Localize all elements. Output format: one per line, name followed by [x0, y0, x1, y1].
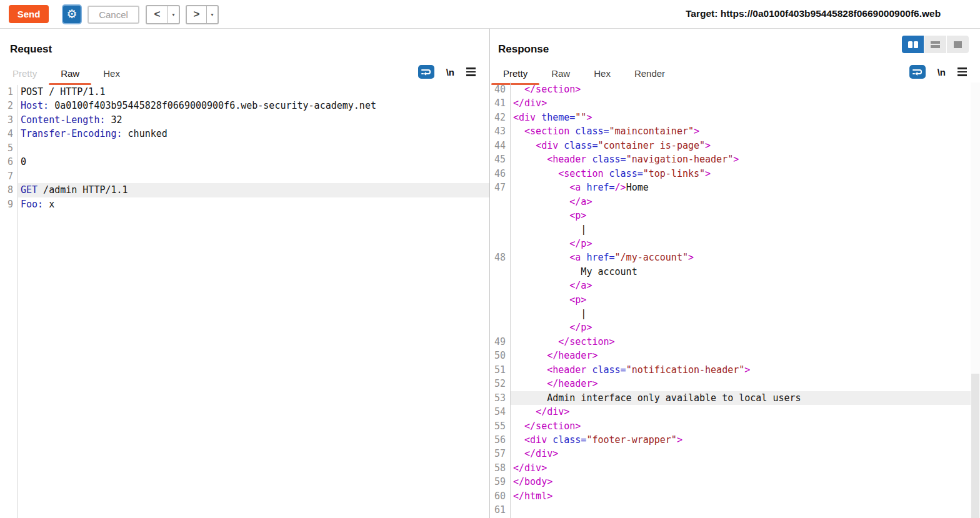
- send-button[interactable]: Send: [9, 5, 49, 23]
- code-text: <div class="container is-page">: [510, 139, 971, 152]
- line-number: 43: [490, 124, 510, 138]
- menu-icon[interactable]: [466, 66, 476, 78]
- rows-view-icon[interactable]: [924, 36, 946, 53]
- code-text: <p>: [510, 209, 971, 222]
- code-text: </div>: [510, 461, 971, 475]
- code-text: <section class="maincontainer">: [510, 124, 971, 138]
- prev-dropdown-caret-icon[interactable]: ▼: [168, 6, 179, 23]
- line-number: [490, 265, 510, 279]
- settings-gear-icon[interactable]: ⚙: [62, 4, 82, 24]
- next-dropdown-caret-icon[interactable]: ▼: [207, 6, 218, 23]
- code-line: </p>: [490, 321, 971, 334]
- line-number: [490, 321, 510, 334]
- line-number: 51: [490, 363, 510, 377]
- code-text: </a>: [510, 279, 971, 292]
- code-text: </section>: [510, 335, 971, 349]
- tab-request-pretty[interactable]: Pretty: [1, 64, 49, 85]
- soft-wrap-icon[interactable]: [418, 65, 434, 79]
- code-line: 58</div>: [490, 461, 971, 475]
- line-number: 54: [490, 405, 510, 419]
- response-editor-controls: \n: [909, 65, 967, 79]
- code-text: Content-Length: 32: [18, 113, 489, 127]
- code-text: <header class="navigation-header">: [510, 152, 971, 166]
- line-number: [490, 279, 510, 292]
- line-number: [490, 293, 510, 307]
- prev-arrow-icon[interactable]: <: [147, 6, 168, 23]
- line-number: [490, 195, 510, 209]
- line-number: 1: [0, 85, 18, 99]
- code-line: 47 <a href=/>Home: [490, 181, 971, 194]
- code-text: </header>: [510, 377, 971, 391]
- code-line: 50 </header>: [490, 349, 971, 362]
- line-number: 53: [490, 391, 510, 405]
- line-number: 4: [0, 127, 18, 141]
- code-text: |: [510, 222, 971, 236]
- next-request-button[interactable]: > ▼: [186, 5, 219, 24]
- next-arrow-icon[interactable]: >: [187, 6, 206, 23]
- code-line: 9Foo: x: [0, 197, 489, 211]
- code-text: My account: [510, 265, 971, 279]
- code-line: |: [490, 307, 971, 321]
- line-number: 52: [490, 377, 510, 391]
- prev-request-button[interactable]: < ▼: [146, 5, 180, 24]
- menu-icon[interactable]: [958, 66, 967, 78]
- code-line: <p>: [490, 293, 971, 307]
- newline-icon[interactable]: \n: [446, 67, 454, 77]
- code-text: </html>: [510, 489, 971, 503]
- response-editor[interactable]: 40 </section>41</div>42<div theme="">43 …: [490, 82, 971, 518]
- code-line: 42<div theme="">: [490, 111, 971, 124]
- code-text: </div>: [510, 447, 971, 461]
- tab-request-raw[interactable]: Raw: [49, 64, 91, 85]
- line-number: 2: [0, 99, 18, 112]
- code-text: <p>: [510, 293, 971, 307]
- code-line: 3Content-Length: 32: [0, 113, 489, 127]
- line-number: 40: [490, 82, 510, 96]
- code-text: <div class="footer-wrapper">: [510, 433, 971, 447]
- code-line: 52 </header>: [490, 377, 971, 391]
- code-text: </div>: [510, 96, 971, 110]
- code-text: [510, 503, 971, 517]
- code-line: <p>: [490, 209, 971, 222]
- line-number: 56: [490, 433, 510, 447]
- code-line: 43 <section class="maincontainer">: [490, 124, 971, 138]
- line-number: 49: [490, 335, 510, 349]
- code-text: |: [510, 307, 971, 321]
- single-view-icon[interactable]: [947, 36, 969, 53]
- code-line: 5: [0, 141, 489, 155]
- code-text: </a>: [510, 195, 971, 209]
- line-number: 46: [490, 167, 510, 181]
- cancel-button[interactable]: Cancel: [88, 6, 139, 24]
- line-number: 5: [0, 141, 18, 155]
- code-line: 51 <header class="notification-header">: [490, 363, 971, 377]
- request-editor[interactable]: 1POST / HTTP/1.12Host: 0a0100f403b954458…: [0, 85, 489, 518]
- code-text: <a href=/>Home: [510, 181, 971, 194]
- tab-request-hex[interactable]: Hex: [91, 64, 132, 85]
- code-text: Admin interface only available to local …: [510, 391, 971, 405]
- line-number: 3: [0, 113, 18, 127]
- line-number: 9: [0, 197, 18, 211]
- code-text: Transfer-Encoding: chunked: [18, 127, 489, 141]
- code-line: 61: [490, 503, 971, 517]
- soft-wrap-icon[interactable]: [909, 65, 926, 79]
- line-number: [490, 237, 510, 251]
- code-line: 48 <a href="/my-account">: [490, 251, 971, 264]
- response-scrollbar[interactable]: [971, 82, 980, 518]
- code-text: </section>: [510, 419, 971, 433]
- line-number: 45: [490, 152, 510, 166]
- code-text: Foo: x: [18, 197, 489, 211]
- columns-view-icon[interactable]: [902, 36, 924, 53]
- line-number: 8: [0, 183, 18, 197]
- code-text: </header>: [510, 349, 971, 362]
- scrollbar-thumb[interactable]: [971, 374, 979, 518]
- code-line: |: [490, 222, 971, 236]
- line-number: 42: [490, 111, 510, 124]
- code-text: GET /admin HTTP/1.1: [18, 183, 489, 197]
- code-line: 40 </section>: [490, 82, 971, 96]
- code-text: </div>: [510, 405, 971, 419]
- response-panel-title: Response: [498, 43, 549, 56]
- newline-icon[interactable]: \n: [938, 67, 946, 77]
- code-line: 7: [0, 169, 489, 183]
- line-number: 58: [490, 461, 510, 475]
- line-number: [490, 222, 510, 236]
- layout-switcher: [902, 36, 969, 53]
